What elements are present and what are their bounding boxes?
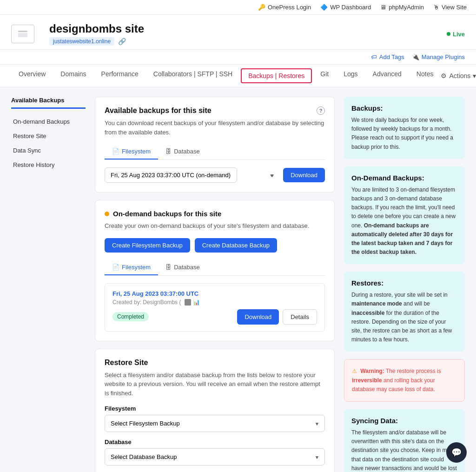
create-filesystem-backup-button[interactable]: Create Filesystem Backup bbox=[105, 238, 190, 253]
nav: Overview Domains Performance Collaborato… bbox=[0, 65, 476, 87]
onepress-icon: 🔑 bbox=[258, 4, 265, 11]
plugins-icon: 🔌 bbox=[412, 53, 419, 60]
live-badge: Live bbox=[447, 31, 465, 38]
restores-info-panel: Restores: During a restore, your site wi… bbox=[344, 272, 465, 352]
restore-site-title: Restore Site bbox=[105, 359, 325, 367]
tag-icon: 🏷 bbox=[371, 53, 377, 60]
warning-panel: ⚠ Warning: The restore process is irreve… bbox=[344, 359, 465, 402]
filesystem-icon: 📄 bbox=[112, 148, 119, 155]
onepress-login-link[interactable]: 🔑 OnePress Login bbox=[258, 4, 311, 11]
syncing-panel-text: The filesystem and/or database will be o… bbox=[351, 428, 457, 472]
database-tab-icon: 🗄 bbox=[165, 264, 172, 271]
actions-label: Actions bbox=[449, 72, 470, 80]
filesystem-select-wrapper: Select Filesystem Backup ▼ bbox=[105, 415, 325, 432]
filesystem-label: Filesystem bbox=[105, 405, 325, 412]
view-site-link[interactable]: 🖱 View Site bbox=[433, 4, 467, 11]
sidebar-item-restore-history[interactable]: Restore History bbox=[11, 158, 86, 172]
on-demand-panel-title: On-Demand Backups: bbox=[351, 174, 457, 182]
site-logo bbox=[11, 25, 34, 43]
wp-icon: 🔷 bbox=[320, 4, 328, 11]
syncing-info-panel: Syncing Data: The filesystem and/or data… bbox=[344, 409, 465, 472]
phpmyadmin-link[interactable]: 🖥 phpMyAdmin bbox=[380, 4, 424, 11]
warning-icon: ⚠ bbox=[352, 368, 357, 374]
left-sidebar: Available Backups On-demand Backups Rest… bbox=[11, 97, 86, 472]
tab-logs[interactable]: Logs bbox=[336, 65, 365, 87]
backups-info-panel: Backups: We store daily backups for one … bbox=[344, 97, 465, 159]
database-select-wrapper: Select Database Backup ▼ bbox=[105, 448, 325, 465]
manage-plugins-button[interactable]: 🔌 Manage Plugins bbox=[412, 53, 465, 60]
tab-database[interactable]: 🗄 Database bbox=[158, 144, 207, 160]
manage-plugins-label: Manage Plugins bbox=[422, 53, 465, 60]
on-demand-buttons: Create Filesystem Backup Create Database… bbox=[105, 238, 325, 253]
tab-git[interactable]: Git bbox=[313, 65, 336, 87]
available-backups-desc: You can download recent backups of your … bbox=[105, 119, 325, 137]
database-restore-label: Database bbox=[105, 439, 325, 445]
backups-panel-text: We store daily backups for one week, fol… bbox=[351, 116, 457, 152]
available-backups-card: Available backups for this site ? You ca… bbox=[95, 97, 335, 193]
tab-collaborators[interactable]: Collaborators | SFTP | SSH bbox=[146, 65, 240, 87]
filesystem-tab-icon: 📄 bbox=[112, 264, 119, 271]
tab-domains[interactable]: Domains bbox=[53, 65, 93, 87]
site-header: designbombs site justateswebsite1.online… bbox=[0, 15, 476, 50]
right-panel: Backups: We store daily backups for one … bbox=[344, 97, 465, 472]
backup-details-button[interactable]: Details bbox=[283, 309, 317, 325]
advanced-toggle[interactable]: Advanced bbox=[105, 469, 325, 472]
onepress-login-label: OnePress Login bbox=[268, 4, 311, 11]
tab-notes[interactable]: Notes bbox=[409, 65, 441, 87]
on-demand-title: On-demand backups for this site bbox=[113, 210, 221, 218]
tab-filesystem[interactable]: 📄 Filesystem bbox=[105, 144, 158, 160]
on-demand-info-panel: On-Demand Backups: You are limited to 3 … bbox=[344, 166, 465, 265]
wp-dashboard-label: WP Dashboard bbox=[330, 4, 371, 11]
nav-tabs: Overview Domains Performance Collaborato… bbox=[11, 65, 441, 87]
on-demand-panel-text: You are limited to 3 on-demand filesyste… bbox=[351, 186, 457, 257]
tab-backups[interactable]: Backups | Restores bbox=[241, 68, 312, 83]
database-select[interactable]: Select Database Backup bbox=[105, 448, 325, 465]
backup-download-button[interactable]: Download bbox=[237, 309, 279, 325]
sidebar-item-on-demand[interactable]: On-demand Backups bbox=[11, 114, 86, 129]
info-icon[interactable]: ? bbox=[317, 106, 325, 115]
tab-performance[interactable]: Performance bbox=[94, 65, 146, 87]
sidebar-item-data-sync[interactable]: Data Sync bbox=[11, 143, 86, 158]
restore-site-desc: Select a filesystem and/or database back… bbox=[105, 371, 325, 398]
external-link-icon[interactable]: 🔗 bbox=[118, 38, 126, 45]
gear-icon: ⚙ bbox=[441, 72, 447, 80]
syncing-panel-title: Syncing Data: bbox=[351, 417, 457, 425]
restore-site-card: Restore Site Select a filesystem and/or … bbox=[95, 349, 335, 472]
chat-button[interactable]: 💬 bbox=[446, 442, 467, 463]
on-demand-tab-filesystem[interactable]: 📄 Filesystem bbox=[105, 260, 158, 275]
on-demand-desc: Create your own on-demand backups of you… bbox=[105, 221, 325, 231]
backup-thumb bbox=[185, 299, 191, 306]
download-button[interactable]: Download bbox=[283, 168, 325, 182]
create-database-backup-button[interactable]: Create Database Backup bbox=[195, 238, 277, 253]
site-title: designbombs site bbox=[49, 22, 144, 35]
backup-date-select[interactable]: Fri, 25 Aug 2023 03:37:00 UTC (on-demand… bbox=[105, 167, 237, 183]
actions-menu[interactable]: ⚙ Actions ▾ bbox=[441, 72, 476, 80]
sidebar-title: Available Backups bbox=[11, 97, 86, 109]
filesystem-select[interactable]: Select Filesystem Backup bbox=[105, 415, 325, 432]
svg-rect-1 bbox=[18, 33, 27, 37]
header-actions: 🏷 Add Tags 🔌 Manage Plugins bbox=[0, 50, 476, 65]
backup-select-row: Fri, 25 Aug 2023 03:37:00 UTC (on-demand… bbox=[105, 167, 325, 183]
on-demand-tabs: 📄 Filesystem 🗄 Database bbox=[105, 260, 325, 276]
on-demand-tab-database[interactable]: 🗄 Database bbox=[158, 260, 207, 275]
wp-dashboard-link[interactable]: 🔷 WP Dashboard bbox=[320, 4, 371, 11]
main-content: Available Backups On-demand Backups Rest… bbox=[0, 87, 476, 472]
site-url[interactable]: justateswebsite1.online bbox=[49, 37, 114, 46]
tab-overview[interactable]: Overview bbox=[11, 65, 53, 87]
warning-text: ⚠ Warning: The restore process is irreve… bbox=[352, 367, 457, 394]
chat-icon: 💬 bbox=[451, 447, 462, 458]
tab-advanced[interactable]: Advanced bbox=[365, 65, 409, 87]
backup-item-title: Fri, 25 Aug 2023 03:37:00 UTC bbox=[112, 290, 317, 297]
live-dot bbox=[447, 32, 450, 36]
backups-panel-title: Backups: bbox=[351, 104, 457, 112]
view-site-icon: 🖱 bbox=[433, 4, 439, 11]
on-demand-card: On-demand backups for this site Create y… bbox=[95, 200, 335, 341]
available-backups-tabs: 📄 Filesystem 🗄 Database bbox=[105, 144, 325, 160]
sidebar-item-restore-site[interactable]: Restore Site bbox=[11, 129, 86, 143]
restores-panel-text: During a restore, your site will be set … bbox=[351, 291, 457, 344]
center-content: Available backups for this site ? You ca… bbox=[95, 97, 335, 472]
add-tags-button[interactable]: 🏷 Add Tags bbox=[371, 53, 404, 60]
restores-panel-title: Restores: bbox=[351, 279, 457, 287]
phpmyadmin-icon: 🖥 bbox=[380, 4, 386, 11]
database-icon: 🗄 bbox=[165, 148, 172, 155]
